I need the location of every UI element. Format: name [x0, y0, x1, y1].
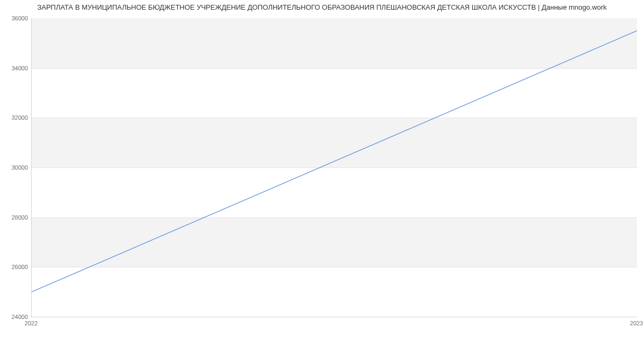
y-tick-label: 36000 [4, 15, 28, 21]
plot-area [31, 18, 637, 317]
y-tick-label: 30000 [4, 164, 28, 171]
chart-title: ЗАРПЛАТА В МУНИЦИПАЛЬНОЕ БЮДЖЕТНОЕ УЧРЕЖ… [0, 3, 644, 11]
y-tick-label: 32000 [4, 114, 28, 121]
y-tick-label: 34000 [4, 65, 28, 71]
x-tick-label: 2023 [630, 320, 643, 326]
y-tick-label: 28000 [4, 214, 28, 221]
y-tick-label: 26000 [4, 264, 28, 270]
y-tick-label: 24000 [4, 314, 28, 320]
data-line [32, 18, 637, 317]
chart-container: ЗАРПЛАТА В МУНИЦИПАЛЬНОЕ БЮДЖЕТНОЕ УЧРЕЖ… [0, 0, 644, 349]
x-tick-label: 2022 [25, 320, 38, 326]
